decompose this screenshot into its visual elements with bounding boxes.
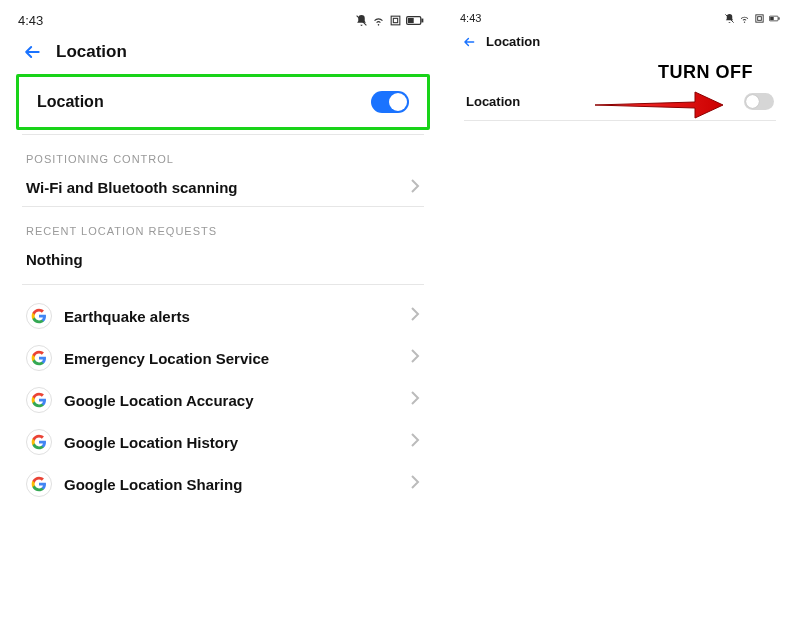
section-positioning-header: POSITIONING CONTROL bbox=[8, 135, 438, 169]
turn-off-annotation: TURN OFF bbox=[658, 62, 753, 83]
chevron-right-icon bbox=[410, 307, 420, 325]
recent-nothing-label: Nothing bbox=[26, 251, 83, 268]
google-icon bbox=[26, 387, 52, 413]
highlight-box: Location bbox=[16, 74, 430, 130]
wifi-bt-label: Wi-Fi and Bluetooth scanning bbox=[26, 179, 238, 196]
location-toggle-row[interactable]: Location bbox=[19, 77, 427, 127]
battery-icon bbox=[769, 13, 780, 24]
bell-off-icon bbox=[355, 14, 368, 27]
back-button[interactable] bbox=[22, 42, 42, 62]
divider bbox=[464, 120, 776, 121]
location-label: Location bbox=[466, 94, 520, 109]
location-toggle-off[interactable] bbox=[744, 93, 774, 110]
settings-header: Location bbox=[8, 32, 438, 70]
chevron-right-icon bbox=[410, 433, 420, 451]
google-item-emergency[interactable]: Emergency Location Service bbox=[8, 337, 438, 379]
chevron-right-icon bbox=[410, 349, 420, 367]
google-item-accuracy[interactable]: Google Location Accuracy bbox=[8, 379, 438, 421]
google-item-label: Google Location History bbox=[64, 434, 238, 451]
battery-icon bbox=[406, 14, 424, 27]
toggle-knob bbox=[389, 93, 407, 111]
svg-rect-10 bbox=[770, 16, 774, 19]
chevron-right-icon bbox=[410, 391, 420, 409]
status-bar: 4:43 bbox=[450, 8, 790, 28]
google-item-history[interactable]: Google Location History bbox=[8, 421, 438, 463]
location-toggle-on[interactable] bbox=[371, 91, 409, 113]
screenshot-icon bbox=[754, 13, 765, 24]
wifi-icon bbox=[372, 14, 385, 27]
svg-rect-2 bbox=[393, 18, 397, 22]
arrow-left-icon bbox=[22, 42, 42, 62]
location-toggle-row[interactable]: Location bbox=[450, 83, 790, 120]
recent-nothing-row: Nothing bbox=[8, 241, 438, 284]
svg-rect-4 bbox=[408, 17, 414, 22]
wifi-bt-scanning-row[interactable]: Wi-Fi and Bluetooth scanning bbox=[8, 169, 438, 206]
wifi-icon bbox=[739, 13, 750, 24]
settings-header: Location bbox=[450, 28, 790, 55]
google-item-label: Emergency Location Service bbox=[64, 350, 269, 367]
toggle-knob bbox=[746, 95, 759, 108]
page-title: Location bbox=[56, 42, 127, 62]
google-icon bbox=[26, 303, 52, 329]
svg-rect-7 bbox=[756, 14, 763, 21]
svg-rect-11 bbox=[778, 17, 779, 19]
svg-rect-1 bbox=[391, 16, 400, 25]
google-item-earthquake[interactable]: Earthquake alerts bbox=[8, 295, 438, 337]
arrow-left-icon bbox=[462, 35, 476, 49]
svg-rect-5 bbox=[421, 18, 423, 22]
chevron-right-icon bbox=[410, 179, 420, 196]
svg-rect-8 bbox=[758, 16, 762, 20]
google-item-label: Earthquake alerts bbox=[64, 308, 190, 325]
google-item-sharing[interactable]: Google Location Sharing bbox=[8, 463, 438, 505]
status-time: 4:43 bbox=[460, 12, 481, 24]
right-screen: 4:43 Location Location bbox=[450, 8, 790, 308]
location-label: Location bbox=[37, 93, 104, 111]
google-icon bbox=[26, 471, 52, 497]
google-item-label: Google Location Sharing bbox=[64, 476, 242, 493]
status-icons bbox=[724, 13, 780, 24]
spacer bbox=[8, 285, 438, 295]
bell-off-icon bbox=[724, 13, 735, 24]
status-bar: 4:43 bbox=[8, 8, 438, 32]
back-button[interactable] bbox=[462, 35, 476, 49]
section-recent-header: RECENT LOCATION REQUESTS bbox=[8, 207, 438, 241]
left-screen: 4:43 Location Location POSITIONING CONTR… bbox=[8, 8, 438, 610]
google-icon bbox=[26, 429, 52, 455]
chevron-right-icon bbox=[410, 475, 420, 493]
status-time: 4:43 bbox=[18, 13, 43, 28]
page-title: Location bbox=[486, 34, 540, 49]
google-item-label: Google Location Accuracy bbox=[64, 392, 254, 409]
google-icon bbox=[26, 345, 52, 371]
screenshot-icon bbox=[389, 14, 402, 27]
status-icons bbox=[355, 14, 424, 27]
